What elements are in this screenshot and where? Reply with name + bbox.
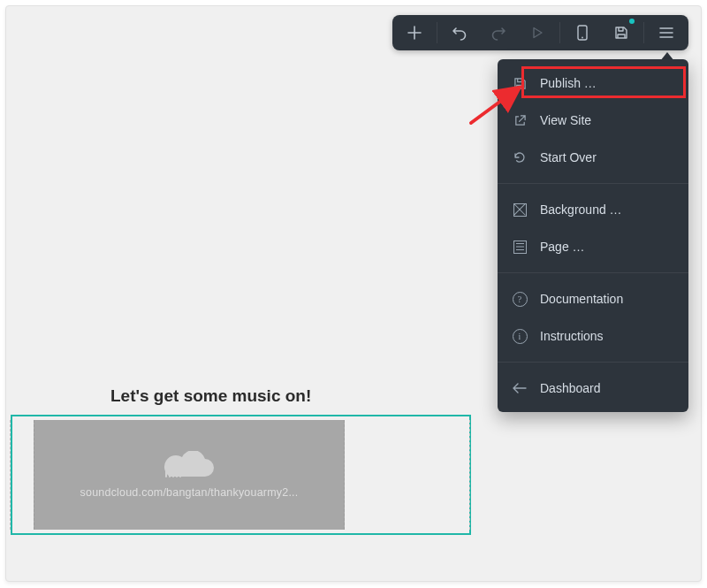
toolbar-separator: [437, 22, 437, 43]
editor-canvas: Publish … View Site Start Over Backgroun…: [5, 5, 702, 582]
redo-button[interactable]: [480, 17, 517, 49]
menu-item-label: Dashboard: [540, 381, 601, 395]
hamburger-icon: [659, 27, 673, 39]
page-icon: [512, 241, 528, 254]
svg-point-1: [582, 37, 583, 39]
toolbar-separator: [643, 22, 644, 43]
menu-item-label: Instructions: [540, 329, 604, 343]
menu-item-start-over[interactable]: Start Over: [498, 139, 688, 176]
menu-item-label: Publish …: [540, 76, 597, 90]
soundcloud-cloud-icon: [163, 451, 216, 477]
add-button[interactable]: [396, 17, 433, 49]
menu-item-documentation[interactable]: ? Documentation: [498, 280, 688, 317]
save-button[interactable]: [603, 17, 640, 49]
soundcloud-url-text: soundcloud.com/bangtan/thankyouarmy2...: [80, 486, 299, 499]
toolbar-separator: [559, 22, 560, 43]
top-toolbar: [392, 15, 688, 50]
menu-item-instructions[interactable]: i Instructions: [498, 317, 688, 355]
undo-icon: [452, 25, 468, 41]
back-arrow-icon: [512, 383, 528, 393]
menu-item-page[interactable]: Page …: [498, 228, 688, 265]
help-icon: ?: [512, 292, 528, 307]
menu-item-publish[interactable]: Publish …: [498, 65, 688, 102]
section-heading[interactable]: Let's get some music on!: [110, 386, 311, 406]
background-icon: [512, 203, 528, 217]
undo-button[interactable]: [441, 17, 478, 49]
menu-item-label: Background …: [540, 202, 622, 217]
external-link-icon: [512, 114, 528, 127]
menu-item-label: Start Over: [540, 150, 597, 164]
menu-separator: [498, 362, 688, 363]
refresh-icon: [512, 150, 528, 164]
main-menu-dropdown: Publish … View Site Start Over Backgroun…: [498, 59, 688, 412]
floppy-icon: [512, 77, 528, 90]
play-icon: [531, 27, 544, 39]
floppy-icon: [614, 26, 628, 40]
unsaved-indicator-icon: [629, 19, 635, 24]
menu-item-label: Page …: [540, 240, 585, 254]
menu-item-label: Documentation: [540, 292, 623, 306]
menu-separator: [498, 272, 688, 273]
menu-item-background[interactable]: Background …: [498, 191, 688, 228]
selected-block-outline[interactable]: soundcloud.com/bangtan/thankyouarmy2...: [11, 415, 471, 535]
menu-item-label: View Site: [540, 113, 591, 127]
menu-separator: [498, 183, 688, 184]
plus-icon: [407, 26, 422, 40]
hamburger-menu-button[interactable]: [648, 17, 685, 49]
info-icon: i: [512, 329, 528, 344]
device-preview-button[interactable]: [564, 17, 601, 49]
redo-icon: [490, 25, 506, 41]
play-button[interactable]: [519, 17, 556, 49]
menu-item-view-site[interactable]: View Site: [498, 102, 688, 139]
menu-item-dashboard[interactable]: Dashboard: [498, 370, 688, 407]
soundcloud-embed-placeholder[interactable]: soundcloud.com/bangtan/thankyouarmy2...: [34, 420, 345, 530]
phone-icon: [577, 25, 588, 41]
